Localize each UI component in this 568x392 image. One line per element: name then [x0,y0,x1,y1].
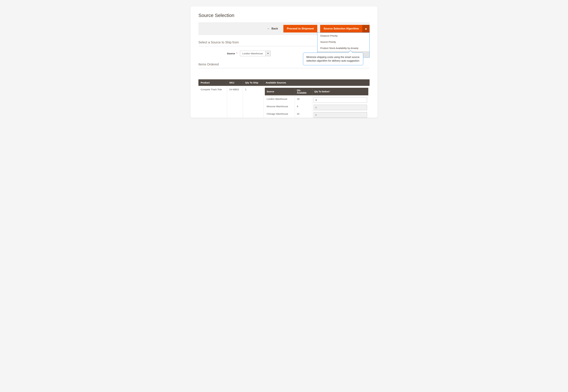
qty-available: 32 [295,110,312,118]
source-name: London Warehouse [265,95,295,103]
page-card: Source Selection ← Back Proceed to Shipm… [190,6,378,118]
back-button[interactable]: ← Back [264,26,280,32]
qty-to-deduct-cell [312,103,368,110]
required-asterisk-icon: * [330,90,330,93]
tooltip-wrap: Minimize shipping costs using the smart … [303,53,363,65]
arrow-left-icon: ← [267,27,270,30]
col-available-sources: Available Sources [263,79,370,86]
sources-header-row: Source Qty Available Qty To Deduct* [265,88,368,95]
page-title: Source Selection [198,13,370,18]
col-qty-available: Qty Available [295,88,312,95]
col-qty-to-deduct: Qty To Deduct* [312,88,368,95]
source-field-label-wrap: Source * [227,52,237,55]
source-select-value: London Warehouse [240,51,265,56]
svg-marker-0 [365,28,367,29]
source-field-label: Source [227,52,235,55]
triangle-up-icon [362,25,370,32]
svg-marker-1 [267,53,269,54]
algorithm-option-distance-priority[interactable]: Distance Priority [318,33,369,39]
source-selection-algorithm-button[interactable]: Source Selection Algorithm [320,25,370,32]
qty-to-deduct-cell [312,110,368,118]
cell-sku: 24-WB02 [227,86,243,118]
caret-down-icon [265,51,271,56]
algorithm-label: Source Selection Algorithm [320,25,362,32]
qty-to-deduct-input[interactable] [314,97,367,103]
qty-to-deduct-input [314,112,367,118]
cell-qty-to-ship: 1 [243,86,263,118]
toolbar: ← Back Proceed to Shipment Source Select… [198,23,370,35]
col-qty-to-ship: Qty To Ship [243,79,263,86]
source-select[interactable]: London Warehouse [240,51,271,56]
algorithm-dropdown-wrap: Source Selection Algorithm Distance Prio… [320,25,370,32]
back-label: Back [272,27,278,30]
cell-available-sources: Source Qty Available Qty To Deduct* Lond… [263,86,370,118]
sources-table: Source Qty Available Qty To Deduct* Lond… [265,88,368,118]
proceed-to-shipment-button[interactable]: Proceed to Shipment [283,25,317,32]
items-table: Product SKU Qty To Ship Available Source… [198,79,370,118]
tooltip: Minimize shipping costs using the smart … [303,53,363,65]
source-name: Chicago Warehouse [265,110,295,118]
required-asterisk-icon: * [236,52,237,55]
qty-to-deduct-input [314,105,367,110]
source-name: Moscow Warehouse [265,103,295,110]
table-header-row: Product SKU Qty To Ship Available Source… [198,79,370,86]
source-row-chicago: Chicago Warehouse 32 [265,110,368,118]
qty-available: 18 [295,95,312,103]
col-sku: SKU [227,79,243,86]
table-row: Compete Track Tote 24-WB02 1 Source Qty … [198,86,370,118]
col-product: Product [198,79,227,86]
algorithm-option-stock-availability[interactable]: Product Stock Availability by Amasty [318,45,369,51]
col-source: Source [265,88,295,95]
cell-product: Compete Track Tote [198,86,227,118]
source-row-london: London Warehouse 18 [265,95,368,103]
algorithm-option-source-priority[interactable]: Source Priority [318,39,369,45]
source-row-moscow: Moscow Warehouse 9 [265,103,368,110]
qty-available: 9 [295,103,312,110]
qty-to-deduct-cell [312,95,368,103]
